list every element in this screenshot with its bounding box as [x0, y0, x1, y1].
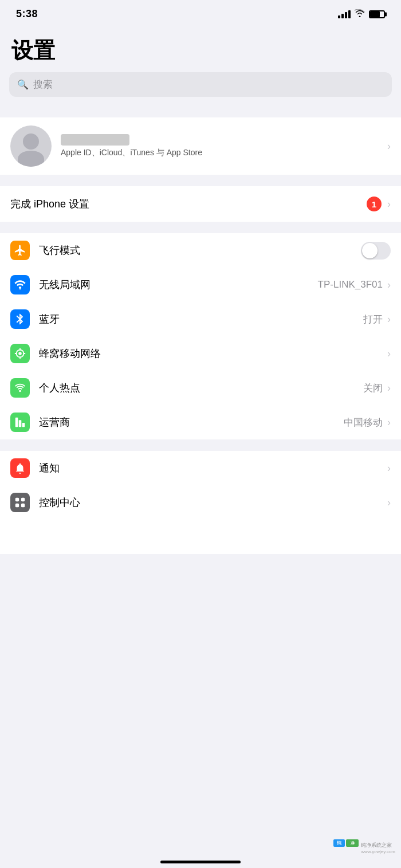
cellular-row[interactable]: 蜂窝移动网络 › — [0, 336, 401, 371]
battery-icon — [369, 10, 385, 18]
svg-rect-8 — [21, 504, 25, 507]
profile-name — [61, 134, 387, 146]
hotspot-row[interactable]: 个人热点 关闭 › — [0, 371, 401, 405]
profile-row[interactable]: Apple ID、iCloud、iTunes 与 App Store › — [0, 117, 401, 175]
airplane-mode-row[interactable]: 飞行模式 — [0, 233, 401, 268]
airplane-icon-box — [10, 241, 30, 260]
notifications-row[interactable]: 通知 › — [0, 451, 401, 485]
carrier-label: 运营商 — [39, 415, 344, 429]
profile-section: Apple ID、iCloud、iTunes 与 App Store › — [0, 117, 401, 175]
watermark-line2: www.ycwjey.com — [361, 849, 395, 854]
profile-info: Apple ID、iCloud、iTunes 与 App Store — [61, 134, 387, 158]
system-settings-section: 通知 › 控制中心 › — [0, 451, 401, 520]
hotspot-chevron-icon: › — [387, 382, 391, 394]
home-indicator — [160, 861, 241, 863]
cellular-icon — [14, 347, 26, 360]
hotspot-icon-box — [10, 378, 30, 398]
search-placeholder: 搜索 — [33, 78, 53, 91]
svg-rect-3 — [19, 420, 22, 427]
network-settings-section: 飞行模式 无线局域网 TP-LINK_3F01 › 蓝牙 打开 › 蜂窝移动网络… — [0, 233, 401, 439]
svg-rect-4 — [22, 423, 25, 427]
profile-subtitle: Apple ID、iCloud、iTunes 与 App Store — [61, 148, 387, 158]
notifications-chevron-icon: › — [387, 462, 391, 474]
wifi-row[interactable]: 无线局域网 TP-LINK_3F01 › — [0, 268, 401, 302]
watermark-line1: 纯净系统之家 — [361, 842, 395, 849]
watermark-text: 纯净系统之家 www.ycwjey.com — [361, 842, 395, 854]
wifi-status-icon — [355, 9, 365, 19]
notifications-icon — [14, 462, 26, 474]
wifi-chevron-icon: › — [387, 279, 391, 291]
hotspot-label: 个人热点 — [39, 381, 363, 395]
svg-point-1 — [18, 352, 22, 355]
bluetooth-chevron-icon: › — [387, 313, 391, 325]
wifi-settings-icon — [14, 278, 26, 291]
status-icons — [338, 9, 385, 19]
carrier-icon — [14, 416, 26, 429]
profile-chevron-icon: › — [387, 140, 391, 152]
status-time: 5:38 — [16, 8, 38, 20]
svg-rect-7 — [15, 504, 19, 507]
avatar-body — [18, 151, 44, 167]
svg-rect-5 — [15, 498, 19, 501]
search-icon: 🔍 — [17, 79, 29, 90]
profile-name-blurred — [61, 134, 129, 146]
wifi-label: 无线局域网 — [39, 278, 318, 292]
airplane-toggle[interactable] — [361, 242, 391, 260]
signal-bars-icon — [338, 10, 351, 18]
cellular-icon-box — [10, 344, 30, 363]
watermark: 纯 净 纯净系统之家 www.ycwjey.com — [333, 839, 395, 857]
airplane-icon — [14, 244, 26, 257]
wifi-icon-box — [10, 275, 30, 294]
complete-setup-badge: 1 — [367, 197, 382, 211]
notifications-label: 通知 — [39, 461, 387, 475]
carrier-chevron-icon: › — [387, 417, 391, 429]
carrier-value: 中国移动 — [344, 416, 383, 429]
avatar-silhouette — [10, 125, 52, 167]
control-center-icon — [14, 496, 26, 509]
search-bar-area[interactable]: 🔍 搜索 — [0, 72, 401, 106]
control-center-label: 控制中心 — [39, 496, 387, 509]
search-bar[interactable]: 🔍 搜索 — [9, 72, 392, 97]
carrier-row[interactable]: 运营商 中国移动 › — [0, 405, 401, 439]
section-gap-4 — [0, 439, 401, 451]
wifi-value: TP-LINK_3F01 — [318, 279, 383, 290]
section-gap-1 — [0, 106, 401, 117]
avatar — [10, 125, 52, 167]
bottom-padding — [0, 520, 401, 554]
wm-block2: 净 — [346, 839, 359, 847]
svg-rect-2 — [15, 418, 18, 427]
complete-setup-label: 完成 iPhone 设置 — [10, 197, 367, 211]
page-title: 设置 — [11, 36, 390, 65]
control-center-chevron-icon: › — [387, 497, 391, 509]
page-title-area: 设置 — [0, 25, 401, 72]
hotspot-icon — [14, 382, 26, 394]
section-gap-3 — [0, 222, 401, 233]
bluetooth-icon — [14, 313, 26, 325]
cellular-label: 蜂窝移动网络 — [39, 347, 387, 360]
wm-block1: 纯 — [333, 839, 345, 847]
section-gap-2 — [0, 175, 401, 186]
bluetooth-icon-box — [10, 309, 30, 329]
notifications-icon-box — [10, 458, 30, 478]
control-center-icon-box — [10, 493, 30, 512]
status-bar: 5:38 — [0, 0, 401, 25]
watermark-logo: 纯 净 — [333, 839, 359, 857]
carrier-icon-box — [10, 413, 30, 432]
svg-rect-6 — [21, 498, 25, 501]
complete-setup-section: 完成 iPhone 设置 1 › — [0, 186, 401, 222]
hotspot-value: 关闭 — [363, 382, 383, 395]
bluetooth-label: 蓝牙 — [39, 312, 363, 326]
bluetooth-row[interactable]: 蓝牙 打开 › — [0, 302, 401, 336]
airplane-label: 飞行模式 — [39, 243, 361, 257]
avatar-head — [23, 133, 39, 150]
complete-setup-row[interactable]: 完成 iPhone 设置 1 › — [0, 186, 401, 222]
airplane-toggle-knob — [362, 243, 378, 258]
control-center-row[interactable]: 控制中心 › — [0, 485, 401, 520]
complete-setup-chevron-icon: › — [387, 198, 391, 210]
cellular-chevron-icon: › — [387, 348, 391, 360]
bluetooth-value: 打开 — [363, 313, 383, 326]
